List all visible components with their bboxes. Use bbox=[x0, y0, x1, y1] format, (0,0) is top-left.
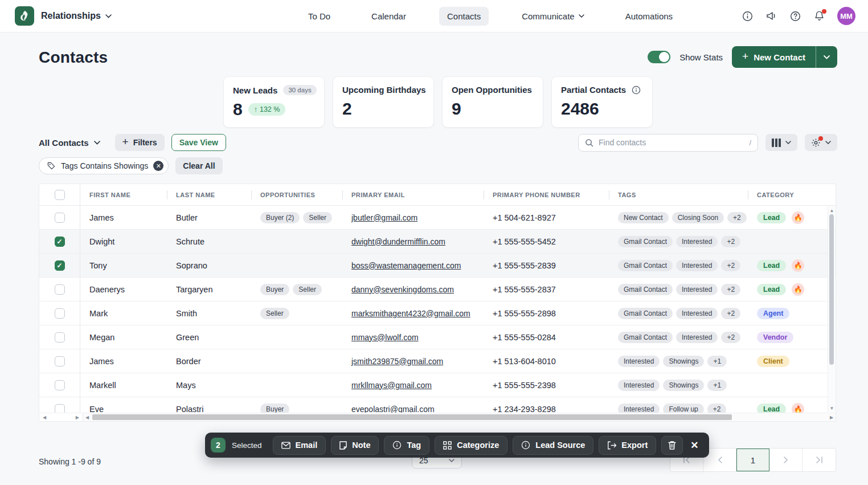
tag-pill[interactable]: Interested bbox=[676, 284, 718, 295]
column-header-category[interactable]: CATEGORY bbox=[748, 184, 836, 205]
bulk-note-button[interactable]: Note bbox=[331, 436, 379, 455]
help-icon[interactable] bbox=[789, 10, 801, 22]
table-row[interactable]: ✓DwightSchrutedwight@dundermifflin.com+1… bbox=[39, 230, 836, 254]
row-checkbox[interactable]: ✓ bbox=[55, 237, 65, 247]
scroll-left-icon[interactable]: ◀ bbox=[83, 415, 91, 420]
scroll-up-icon[interactable]: ▲ bbox=[828, 207, 836, 214]
table-row[interactable]: MarkellMaysmrkllmays@gmail.com+1 555-555… bbox=[39, 373, 836, 397]
settings-button[interactable] bbox=[805, 134, 837, 151]
email-link[interactable]: jbutler@gmail.com bbox=[351, 213, 417, 222]
more-tags-pill[interactable]: +2 bbox=[721, 236, 740, 247]
row-checkbox[interactable] bbox=[55, 380, 65, 390]
bulk-delete-button[interactable] bbox=[661, 436, 683, 455]
filters-button[interactable]: + Filters bbox=[115, 134, 165, 151]
email-link[interactable]: dwight@dundermifflin.com bbox=[351, 237, 445, 246]
save-view-button[interactable]: Save View bbox=[171, 134, 226, 151]
more-tags-pill[interactable]: +2 bbox=[721, 332, 740, 343]
column-header-tags[interactable]: TAGS bbox=[609, 184, 748, 205]
more-tags-pill[interactable]: +2 bbox=[721, 284, 740, 295]
notifications-bell-icon[interactable] bbox=[813, 10, 825, 22]
workspace-switcher[interactable]: Relationships bbox=[41, 11, 112, 21]
tag-pill[interactable]: Interested bbox=[676, 236, 718, 247]
email-link[interactable]: boss@wastemanagement.com bbox=[351, 261, 461, 270]
email-link[interactable]: marksmithagent4232@gmail.com bbox=[351, 309, 470, 318]
opportunity-pill[interactable]: Buyer bbox=[260, 284, 289, 295]
email-link[interactable]: mrkllmays@gmail.com bbox=[351, 381, 432, 390]
filter-chip-tags-showings[interactable]: Tags Contains Showings ✕ bbox=[39, 157, 169, 174]
table-row[interactable]: ✓TonySopranoboss@wastemanagement.com+1 5… bbox=[39, 254, 836, 278]
opportunity-pill[interactable]: Seller bbox=[293, 284, 322, 295]
tag-pill[interactable]: Showings bbox=[663, 356, 704, 367]
new-contact-button[interactable]: + New Contact bbox=[732, 46, 816, 68]
horizontal-scrollbar[interactable]: ◀▶ ◀ ▶ bbox=[39, 413, 836, 421]
category-pill[interactable]: Client bbox=[757, 356, 789, 367]
table-row[interactable]: JamesBorderjsmith239875@gmail.com+1 513-… bbox=[39, 349, 836, 373]
tag-pill[interactable]: New Contact bbox=[618, 212, 669, 223]
row-checkbox[interactable] bbox=[55, 332, 65, 343]
tag-pill[interactable]: Interested bbox=[676, 260, 718, 271]
category-pill[interactable]: Lead bbox=[757, 212, 786, 223]
column-header-last-name[interactable]: LAST NAME bbox=[167, 184, 251, 205]
scroll-down-icon[interactable]: ▼ bbox=[828, 405, 836, 411]
table-row[interactable]: MarkSmithSellermarksmithagent4232@gmail.… bbox=[39, 301, 836, 325]
new-contact-dropdown-button[interactable] bbox=[816, 46, 837, 68]
column-header-primary-email[interactable]: PRIMARY EMAIL bbox=[342, 184, 484, 205]
bulk-email-button[interactable]: Email bbox=[273, 436, 326, 455]
opportunity-pill[interactable]: Seller bbox=[260, 308, 289, 319]
column-header-opportunities[interactable]: OPPORTUNITIES bbox=[251, 184, 342, 205]
more-tags-pill[interactable]: +1 bbox=[707, 380, 727, 391]
tag-pill[interactable]: Closing Soon bbox=[672, 212, 724, 223]
email-link[interactable]: jsmith239875@gmail.com bbox=[351, 357, 443, 366]
category-pill[interactable]: Vendor bbox=[757, 332, 793, 343]
view-selector[interactable]: All Contacts bbox=[39, 138, 100, 148]
app-logo[interactable] bbox=[15, 6, 34, 26]
search-input[interactable] bbox=[599, 138, 744, 147]
vertical-scroll-thumb[interactable] bbox=[829, 214, 834, 365]
tag-pill[interactable]: Gmail Contact bbox=[618, 284, 673, 295]
more-tags-pill[interactable]: +2 bbox=[721, 260, 740, 271]
show-stats-toggle[interactable] bbox=[648, 51, 670, 63]
more-tags-pill[interactable]: +1 bbox=[707, 356, 727, 367]
column-header-primary-phone[interactable]: PRIMARY PHONE NUMBER bbox=[484, 184, 609, 205]
row-checkbox[interactable] bbox=[55, 308, 65, 319]
tag-pill[interactable]: Interested bbox=[618, 356, 660, 367]
category-pill[interactable]: Agent bbox=[757, 308, 789, 319]
tag-pill[interactable]: Gmail Contact bbox=[618, 236, 673, 247]
tag-pill[interactable]: Gmail Contact bbox=[618, 332, 673, 343]
vertical-scrollbar[interactable]: ▲ ▼ bbox=[828, 206, 835, 412]
tag-pill[interactable]: Interested bbox=[676, 332, 718, 343]
nav-item-communicate[interactable]: Communicate bbox=[514, 7, 592, 26]
email-link[interactable]: danny@sevenkingdoms.com bbox=[351, 285, 454, 294]
opportunity-pill[interactable]: Seller bbox=[303, 212, 332, 223]
nav-item-calendar[interactable]: Calendar bbox=[363, 7, 414, 26]
email-link[interactable]: mmays@lwolf.com bbox=[351, 333, 419, 342]
row-checkbox[interactable] bbox=[55, 356, 65, 366]
bulk-categorize-button[interactable]: Categorize bbox=[435, 436, 507, 455]
opportunity-pill[interactable]: Buyer (2) bbox=[260, 212, 300, 223]
row-checkbox[interactable] bbox=[55, 213, 65, 223]
clear-all-button[interactable]: Clear All bbox=[175, 157, 222, 174]
row-checkbox[interactable] bbox=[55, 284, 65, 295]
category-pill[interactable]: Lead bbox=[757, 260, 786, 271]
more-tags-pill[interactable]: +2 bbox=[721, 308, 740, 319]
category-pill[interactable]: Lead bbox=[757, 284, 786, 295]
scroll-right-icon[interactable]: ▶ bbox=[828, 415, 836, 420]
bulk-lead-source-button[interactable]: Lead Source bbox=[513, 436, 593, 455]
next-page-button[interactable] bbox=[769, 449, 803, 471]
info-icon[interactable] bbox=[632, 85, 641, 95]
select-all-checkbox[interactable] bbox=[55, 190, 65, 200]
nav-item-automations[interactable]: Automations bbox=[617, 7, 681, 26]
bulk-export-button[interactable]: Export bbox=[599, 436, 656, 455]
tag-pill[interactable]: Gmail Contact bbox=[618, 308, 673, 319]
tag-pill[interactable]: Showings bbox=[663, 380, 704, 391]
last-page-button[interactable] bbox=[803, 449, 836, 471]
remove-filter-icon[interactable]: ✕ bbox=[153, 161, 163, 171]
table-row[interactable]: JamesButlerBuyer (2)Sellerjbutler@gmail.… bbox=[39, 206, 836, 230]
nav-item-contacts[interactable]: Contacts bbox=[439, 7, 489, 26]
page-number-button[interactable]: 1 bbox=[736, 449, 769, 471]
close-icon[interactable]: ✕ bbox=[688, 439, 701, 451]
horizontal-scroll-thumb[interactable] bbox=[92, 414, 732, 420]
nav-item-todo[interactable]: To Do bbox=[300, 7, 338, 26]
row-checkbox[interactable]: ✓ bbox=[55, 260, 65, 271]
tag-pill[interactable]: Gmail Contact bbox=[618, 260, 673, 271]
